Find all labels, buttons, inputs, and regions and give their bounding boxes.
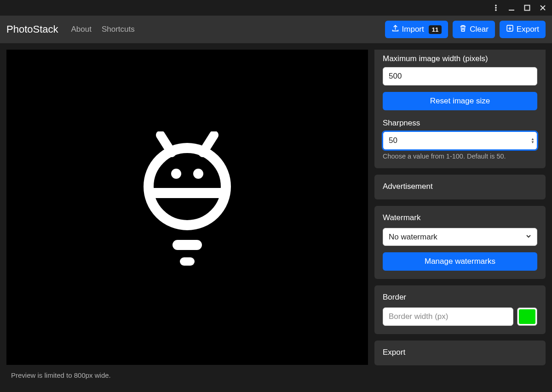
reset-image-size-button[interactable]: Reset image size: [383, 92, 537, 110]
max-width-input[interactable]: [383, 67, 537, 85]
number-spinner[interactable]: ▲ ▼: [531, 137, 535, 144]
export-title: Export: [383, 348, 537, 357]
svg-rect-4: [525, 6, 530, 11]
watermark-select[interactable]: No watermark: [383, 228, 537, 246]
watermark-title: Watermark: [383, 213, 537, 222]
close-icon[interactable]: [536, 1, 549, 14]
border-title: Border: [383, 293, 537, 302]
svg-point-1: [495, 7, 497, 9]
manage-watermarks-button[interactable]: Manage watermarks: [383, 252, 537, 271]
advertisement-panel: Advertisement: [374, 175, 546, 199]
svg-point-2: [495, 10, 497, 11]
preview-image: [137, 131, 238, 283]
export-label: Export: [517, 25, 539, 34]
border-panel: Border: [374, 285, 546, 334]
import-count-badge: 11: [429, 25, 442, 34]
svg-point-0: [495, 5, 497, 6]
import-label: Import: [402, 25, 424, 34]
watermark-panel: Watermark No watermark Manage watermarks: [374, 206, 546, 279]
advertisement-title: Advertisement: [383, 182, 537, 191]
kebab-menu-icon[interactable]: [489, 1, 502, 14]
minimize-icon[interactable]: [505, 1, 518, 14]
sharpness-help: Choose a value from 1-100. Default is 50…: [383, 153, 537, 160]
nav-about[interactable]: About: [71, 25, 92, 34]
svg-rect-15: [180, 257, 195, 266]
svg-point-12: [171, 169, 181, 179]
navbar: PhotoStack About Shortcuts Import 11 Cle…: [0, 16, 552, 43]
clear-button[interactable]: Clear: [453, 21, 495, 38]
svg-point-10: [149, 148, 226, 225]
preview-column: Preview is limited to 800px wide.: [0, 43, 374, 392]
sharpness-label: Sharpness: [383, 119, 537, 128]
max-width-label: Maximum image width (pixels): [383, 54, 537, 63]
spinner-down-icon[interactable]: ▼: [531, 141, 535, 144]
window-titlebar: [0, 0, 552, 16]
preview-canvas: [6, 50, 368, 365]
export-panel: Export: [374, 341, 546, 365]
trash-icon: [459, 24, 467, 34]
nav-shortcuts[interactable]: Shortcuts: [102, 25, 135, 34]
clear-label: Clear: [470, 25, 489, 34]
svg-rect-14: [172, 240, 202, 250]
maximize-icon[interactable]: [521, 1, 534, 14]
download-box-icon: [506, 24, 514, 34]
export-button[interactable]: Export: [500, 21, 546, 38]
border-color-swatch: [519, 309, 535, 324]
upload-icon: [391, 24, 399, 34]
svg-point-13: [193, 169, 203, 179]
resize-panel: Maximum image width (pixels) Reset image…: [374, 50, 546, 168]
sidebar: Maximum image width (pixels) Reset image…: [374, 43, 552, 392]
preview-note: Preview is limited to 800px wide.: [6, 365, 368, 386]
app-brand: PhotoStack: [6, 23, 58, 35]
sharpness-input[interactable]: [383, 131, 537, 150]
border-color-picker[interactable]: [517, 307, 537, 326]
border-width-input[interactable]: [383, 307, 513, 326]
import-button[interactable]: Import 11: [385, 21, 448, 38]
